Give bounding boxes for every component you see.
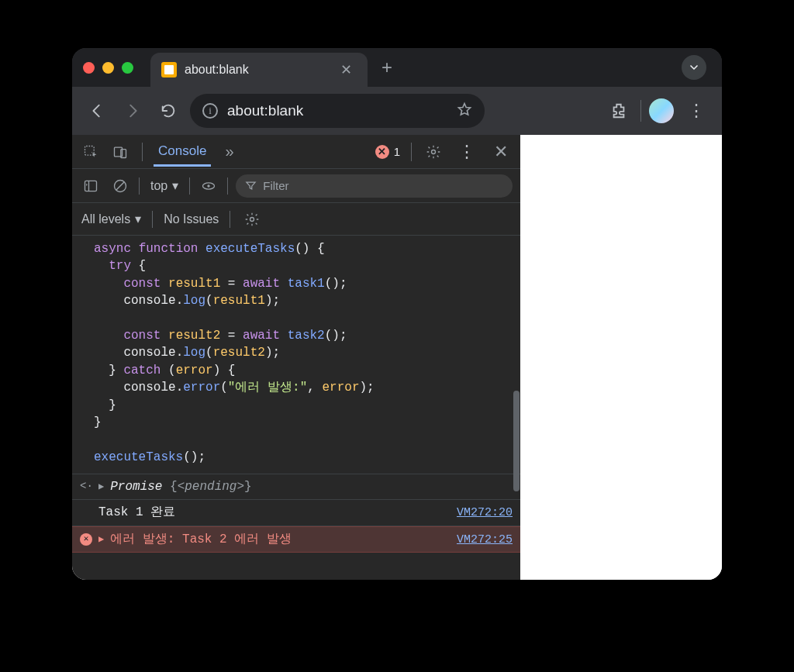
console-toolbar: top ▾ Filter [72,169,520,203]
devtools-tabbar: Console » ✕ 1 ⋮ ✕ [72,135,520,169]
log-levels-label: All levels [81,212,130,226]
content-area: Console » ✕ 1 ⋮ ✕ [72,135,722,580]
error-icon: ✕ [375,145,389,159]
console-input-code: async function executeTasks() { try { co… [72,236,520,474]
log-levels-bar: All levels ▾ No Issues [72,203,520,236]
svg-point-3 [432,150,436,153]
fullscreen-window-button[interactable] [122,62,133,74]
console-log-row[interactable]: · Task 1 완료 VM272:20 [72,500,520,526]
inspect-element-icon[interactable] [80,141,102,163]
new-tab-button[interactable]: + [368,57,406,78]
site-info-icon[interactable]: i [202,103,218,119]
error-count: 1 [394,145,400,158]
console-error-row[interactable]: ✕ ▶ 에러 발생: Task 2 에러 발생 VM272:25 [72,526,520,553]
console-output[interactable]: async function executeTasks() { try { co… [72,236,520,580]
reload-button[interactable] [154,97,182,125]
profile-avatar[interactable] [649,98,674,123]
toolbar-divider [640,100,641,122]
error-source-link[interactable]: VM272:25 [457,532,513,548]
minimize-window-button[interactable] [102,62,114,74]
tab-strip: about:blank ✕ + [72,48,722,87]
live-expression-icon[interactable] [198,175,219,197]
error-badge[interactable]: ✕ 1 [375,145,400,159]
error-icon: ✕ [80,533,92,546]
forward-button[interactable] [119,97,147,125]
chevron-down-icon: ▾ [135,212,141,226]
bookmark-icon[interactable] [457,102,472,121]
console-settings-icon[interactable] [241,208,263,230]
error-message: 에러 발생: Task 2 에러 발생 [110,531,451,548]
device-toolbar-icon[interactable] [109,141,131,163]
devtools-panel: Console » ✕ 1 ⋮ ✕ [72,135,520,580]
filter-icon [245,180,257,191]
settings-icon[interactable] [423,141,444,163]
return-arrow-icon: <· [80,479,92,495]
browser-toolbar: i about:blank ⋮ [72,87,722,135]
svg-line-7 [116,182,124,190]
sidebar-toggle-icon[interactable] [80,175,102,197]
filter-placeholder: Filter [263,179,288,192]
clear-console-icon[interactable] [109,175,131,197]
close-window-button[interactable] [83,62,95,74]
tab-favicon [161,62,177,78]
extensions-button[interactable] [605,97,633,125]
context-label: top [150,179,167,193]
browser-tab[interactable]: about:blank ✕ [150,53,368,87]
svg-point-10 [250,217,254,221]
address-text: about:blank [227,102,447,119]
log-message: Task 1 완료 [98,504,451,521]
issues-label[interactable]: No Issues [164,212,219,226]
browser-menu-button[interactable]: ⋮ [682,101,711,121]
browser-window: about:blank ✕ + i about:blank [72,48,722,580]
disclosure-triangle-icon[interactable]: ▶ [98,481,104,494]
scrollbar-thumb[interactable] [513,391,520,491]
devtools-close-button[interactable]: ✕ [489,142,513,162]
console-tab[interactable]: Console [154,136,211,167]
devtools-menu-button[interactable]: ⋮ [452,142,482,162]
svg-rect-0 [85,146,95,155]
filter-input[interactable]: Filter [236,174,513,198]
disclosure-triangle-icon[interactable]: ▶ [98,533,104,546]
tab-title: about:blank [185,63,336,77]
log-levels-selector[interactable]: All levels ▾ [81,212,141,226]
address-bar[interactable]: i about:blank [190,94,485,128]
log-source-link[interactable]: VM272:20 [457,505,513,521]
window-controls [83,62,133,74]
svg-rect-4 [85,181,97,191]
return-value: Promise {<pending>} [110,478,513,495]
console-return-row[interactable]: <· ▶ Promise {<pending>} [72,474,520,500]
back-button[interactable] [83,97,111,125]
chevron-down-icon: ▾ [172,178,178,193]
tab-search-button[interactable] [682,55,706,80]
more-tabs-button[interactable]: » [219,143,240,160]
context-selector[interactable]: top ▾ [147,178,181,193]
close-tab-button[interactable]: ✕ [336,60,357,80]
page-viewport[interactable] [520,135,722,580]
svg-point-9 [208,184,210,187]
